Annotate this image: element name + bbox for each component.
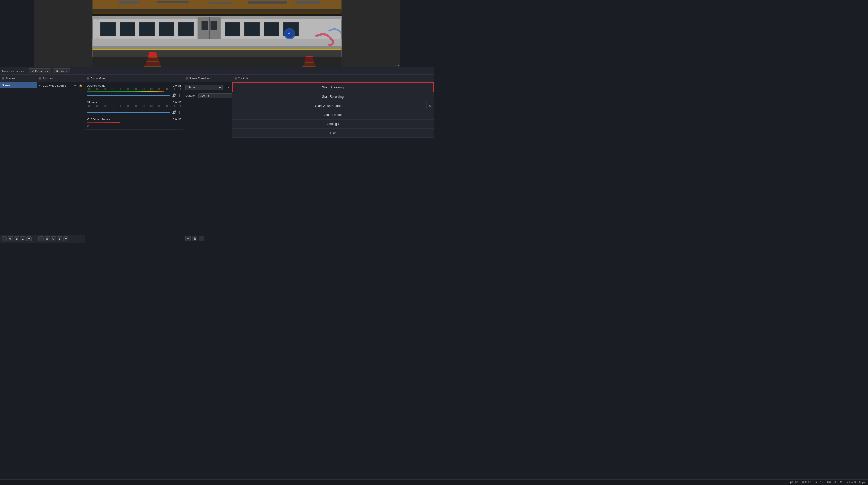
audio-config-vlc[interactable]: ⚙ xyxy=(87,124,90,128)
properties-button[interactable]: ⚙ Properties xyxy=(29,68,51,73)
svg-rect-3 xyxy=(93,9,342,11)
audio-fader-desktop[interactable] xyxy=(87,95,170,96)
svg-rect-18 xyxy=(140,23,154,36)
audio-mute-desktop[interactable]: 🔊 xyxy=(172,93,177,98)
scene-transitions-header: ▦ Scene Transitions xyxy=(183,75,232,82)
scenes-delete-button[interactable]: 🗑 xyxy=(8,236,13,241)
source-eye-icon[interactable]: 👁 xyxy=(74,84,77,87)
audio-channel-desktop-name: Desktop Audio xyxy=(87,84,105,87)
source-lock-icon[interactable]: 🔒 xyxy=(79,84,83,87)
svg-rect-8 xyxy=(248,1,287,4)
transition-type-select[interactable]: Fade Cut Swipe Slide xyxy=(185,85,223,90)
scenes-panel-title: Scenes xyxy=(6,77,15,80)
start-recording-button[interactable]: Start Recording xyxy=(232,92,434,101)
transition-add-button[interactable]: + xyxy=(185,236,191,241)
controls-panel-body: Start Streaming Start Recording Start Vi… xyxy=(232,82,434,243)
svg-point-53 xyxy=(341,19,342,20)
sources-panel-header: ▦ Sources xyxy=(37,75,85,82)
audio-more-mic[interactable]: ⋮ xyxy=(178,110,181,114)
audio-mixer-panel: ▦ Audio Mixer Desktop Audio 0.0 dB -60-5… xyxy=(85,75,183,243)
audio-mute-mic[interactable]: 🔊 xyxy=(172,110,177,115)
transition-select-row: Fade Cut Swipe Slide ▲ ▼ xyxy=(183,83,232,92)
sources-panel-body: ▶ VLC Video Source 👁 🔒 xyxy=(37,82,85,235)
audio-mixer-title: Audio Mixer xyxy=(91,77,105,80)
audio-meter-desktop xyxy=(87,91,181,92)
svg-rect-31 xyxy=(245,23,259,36)
audio-meter-fill-vlc xyxy=(87,122,120,123)
scenes-panel-body: Scene xyxy=(0,82,37,235)
exit-button[interactable]: Exit xyxy=(232,129,434,138)
svg-rect-9 xyxy=(295,1,321,4)
audio-channel-desktop-db: 0.0 dB xyxy=(173,84,181,87)
studio-mode-button[interactable]: Studio Mode xyxy=(232,110,434,120)
svg-rect-41 xyxy=(93,49,342,50)
virtual-camera-gear-button[interactable]: ⚙ xyxy=(427,101,434,110)
scenes-up-button[interactable]: ▲ xyxy=(20,236,25,241)
settings-button[interactable]: Settings xyxy=(232,120,434,129)
properties-icon: ⚙ xyxy=(31,69,34,73)
transition-footer: + 🗑 ⋮ xyxy=(183,234,232,243)
svg-rect-16 xyxy=(120,23,135,36)
scenes-panel-footer: + 🗑 ▣ ▲ ▼ xyxy=(0,235,37,243)
svg-rect-55 xyxy=(93,57,342,67)
transition-more-button[interactable]: ⋮ xyxy=(199,236,204,241)
audio-channel-vlc-name: VLC Video Source xyxy=(87,118,110,121)
audio-mixer-header: ▦ Audio Mixer xyxy=(85,75,183,82)
svg-rect-14 xyxy=(101,23,116,36)
svg-rect-20 xyxy=(159,23,174,36)
source-item-vlc[interactable]: ▶ VLC Video Source 👁 🔒 xyxy=(37,83,85,89)
toolbar-left: No source selected ⚙ Properties ▣ Filter… xyxy=(2,68,432,73)
start-virtual-camera-button[interactable]: Start Virtual Camera xyxy=(232,101,427,110)
transition-up-chevron[interactable]: ▲ xyxy=(224,86,226,89)
audio-channel-vlc-header: VLC Video Source 0.0 dB xyxy=(87,118,181,121)
scenes-panel-icon: ▦ xyxy=(2,77,4,79)
scenes-down-button[interactable]: ▼ xyxy=(27,236,32,241)
scenes-panel-header: ▦ Scenes xyxy=(0,75,37,82)
audio-channel-vlc-db: 0.0 dB xyxy=(173,118,181,121)
sources-delete-button[interactable]: 🗑 xyxy=(44,236,50,241)
transition-duration-input[interactable] xyxy=(198,93,232,98)
svg-rect-27 xyxy=(211,21,217,30)
source-vlc-label: VLC Video Source xyxy=(42,84,66,87)
sources-panel: ▦ Sources ▶ VLC Video Source 👁 🔒 + 🗑 ⚙ ▲… xyxy=(37,75,85,243)
scenes-filter-button[interactable]: ▣ xyxy=(14,236,19,241)
transition-down-chevron[interactable]: ▼ xyxy=(227,86,230,89)
no-source-label: No source selected xyxy=(2,69,27,73)
audio-more-vlc[interactable]: ⋮ xyxy=(91,124,94,128)
audio-controls-desktop: 🔊 ⋮ xyxy=(87,93,181,98)
sources-panel-footer: + 🗑 ⚙ ▲ ▼ xyxy=(37,235,85,243)
sources-up-button[interactable]: ▲ xyxy=(57,236,62,241)
sources-panel-title: Sources xyxy=(42,77,53,80)
audio-channel-desktop: Desktop Audio 0.0 dB -60-55-50-45-40-35-… xyxy=(85,83,183,99)
audio-fader-mic[interactable] xyxy=(87,112,170,113)
train-preview-svg: P xyxy=(34,0,400,67)
sources-down-button[interactable]: ▼ xyxy=(63,236,68,241)
preview-left-pad xyxy=(0,0,34,67)
transition-delete-button[interactable]: 🗑 xyxy=(192,236,197,241)
scene-transitions-icon: ▦ xyxy=(185,77,188,79)
start-streaming-button[interactable]: Start Streaming xyxy=(232,83,434,92)
scene-item-label: Scene xyxy=(2,84,10,87)
audio-meter-fill-desktop xyxy=(87,91,164,92)
preview-video: P ◢ xyxy=(34,0,400,67)
controls-panel: ▦ Controls Start Streaming Start Recordi… xyxy=(232,75,434,243)
sources-settings-button[interactable]: ⚙ xyxy=(51,236,56,241)
controls-panel-icon: ▦ xyxy=(234,77,237,79)
sources-panel-icon: ▦ xyxy=(39,77,41,79)
audio-scale: -60-55-50-45-40-35-30-25-20-15-10-50 xyxy=(87,88,181,90)
filters-button[interactable]: ▣ Filters xyxy=(53,68,70,73)
main-bottom: ▦ Scenes Scene + 🗑 ▣ ▲ ▼ ▦ Sources ▶ VLC… xyxy=(0,75,434,243)
svg-rect-5 xyxy=(119,1,139,4)
audio-channel-desktop-header: Desktop Audio 0.0 dB xyxy=(87,84,181,87)
scene-item-scene[interactable]: Scene xyxy=(0,83,37,88)
start-virtual-camera-row: Start Virtual Camera ⚙ xyxy=(232,101,434,110)
scenes-add-button[interactable]: + xyxy=(2,236,7,241)
sources-add-button[interactable]: + xyxy=(38,236,43,241)
filters-icon: ▣ xyxy=(56,69,58,73)
audio-channel-vlc: VLC Video Source 0.0 dB ⚙ ⋮ xyxy=(85,116,183,130)
preview-resize-handle[interactable]: ◢ xyxy=(397,64,399,66)
audio-more-desktop[interactable]: ⋮ xyxy=(178,94,181,97)
source-play-icon: ▶ xyxy=(39,84,41,87)
audio-controls-mic: 🔊 ⋮ xyxy=(87,110,181,115)
svg-rect-7 xyxy=(209,2,233,4)
